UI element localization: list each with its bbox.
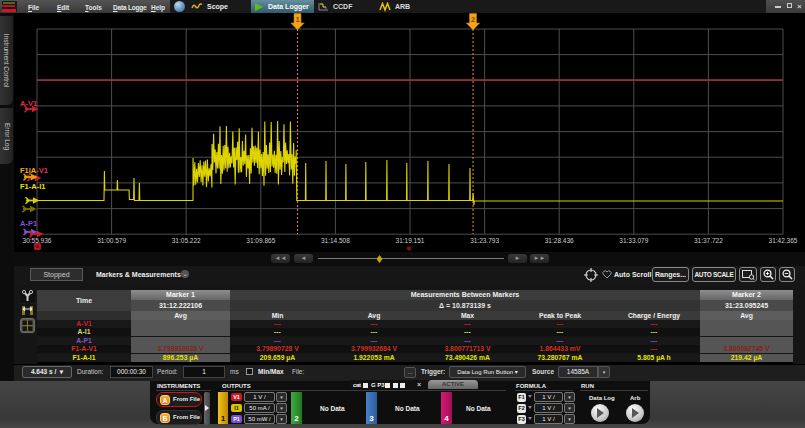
svg-text:31:09.865: 31:09.865 bbox=[246, 237, 275, 244]
svg-text:31:37.722: 31:37.722 bbox=[694, 237, 723, 244]
svg-text:31:19.151: 31:19.151 bbox=[396, 237, 425, 244]
svg-text:31:14.508: 31:14.508 bbox=[321, 237, 350, 244]
svg-text:30:55.936: 30:55.936 bbox=[23, 237, 52, 244]
svg-text:31:33.079: 31:33.079 bbox=[619, 237, 648, 244]
svg-text:31:05.222: 31:05.222 bbox=[172, 237, 201, 244]
svg-text:1: 1 bbox=[296, 15, 300, 24]
svg-text:31:42.365: 31:42.365 bbox=[769, 237, 798, 244]
svg-text:31:00.579: 31:00.579 bbox=[97, 237, 126, 244]
svg-text:2: 2 bbox=[471, 15, 475, 24]
svg-text:31:28.436: 31:28.436 bbox=[545, 237, 574, 244]
svg-text:31:23.793: 31:23.793 bbox=[470, 237, 499, 244]
